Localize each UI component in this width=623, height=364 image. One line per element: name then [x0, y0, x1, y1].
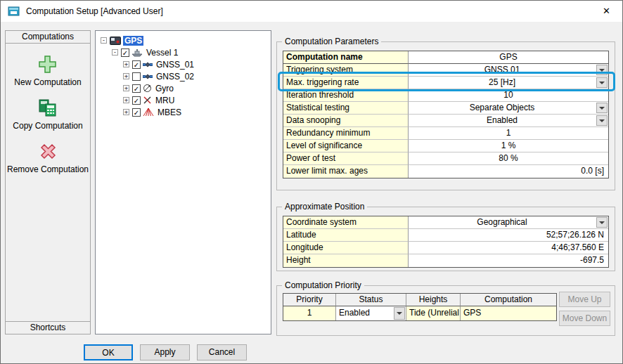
vessel-icon — [131, 48, 143, 57]
latitude-value[interactable]: 52;57;26.126 N — [409, 229, 608, 242]
position-row-height: Height -697.5 — [283, 254, 608, 267]
data-snooping-dropdown[interactable]: Enabled — [409, 115, 608, 127]
checkbox-mru[interactable]: ✓ — [132, 96, 141, 105]
new-computation-icon — [38, 54, 57, 74]
position-row-longitude: Longitude 4;46;37.560 E — [283, 242, 608, 254]
tree-node-label-mru[interactable]: MRU — [154, 96, 176, 105]
group-title: Approximate Position — [282, 202, 367, 212]
param-value[interactable]: 1 % — [409, 140, 608, 152]
coordinate-system-dropdown[interactable]: Geographical — [409, 216, 608, 229]
param-value[interactable]: 80 % — [409, 152, 608, 165]
param-value: Geographical — [477, 217, 527, 227]
param-label: Lower limit max. ages — [283, 165, 409, 178]
param-label: Iteration threshold — [283, 89, 409, 102]
param-row-statistical-testing: Statistical testing Separate Objects — [283, 102, 608, 115]
computation-priority-group: Computation Priority Priority Status Hei… — [276, 285, 615, 336]
chevron-down-icon[interactable] — [596, 103, 608, 113]
param-row-lower-limit-max-ages: Lower limit max. ages 0.0 [s] — [283, 165, 608, 178]
copy-computation-label: Copy Computation — [13, 121, 82, 131]
param-value: GNSS 01 — [484, 65, 520, 74]
apply-button[interactable]: Apply — [140, 344, 190, 360]
expand-icon[interactable]: + — [123, 85, 129, 91]
checkbox-mbes[interactable]: ✓ — [132, 108, 141, 117]
collapse-icon[interactable]: - — [101, 37, 107, 44]
tree-node-label-mbes[interactable]: MBES — [156, 108, 183, 117]
priority-cell[interactable]: 1 — [283, 306, 336, 320]
gnss-satellite-icon — [143, 72, 153, 81]
computations-header-button[interactable]: Computations — [5, 30, 91, 44]
mru-icon — [143, 96, 152, 105]
tree-node-mbes[interactable]: + ✓ MBES — [96, 106, 271, 118]
triggering-system-dropdown[interactable]: GNSS 01 — [409, 64, 608, 77]
group-title: Computation Parameters — [282, 37, 381, 46]
param-label: Triggering system — [283, 64, 409, 77]
param-value: Enabled — [487, 115, 518, 125]
param-row-computation-name: Computation name GPS — [283, 51, 608, 64]
tree-node-label-gnss-02[interactable]: GNSS_02 — [155, 72, 195, 82]
move-down-button[interactable]: Move Down — [559, 311, 610, 326]
param-value[interactable]: 0.0 [s] — [409, 165, 608, 178]
status-value: Enabled — [339, 308, 370, 318]
chevron-down-icon[interactable] — [394, 307, 405, 320]
position-row-coordinate-system: Coordinate system Geographical — [283, 216, 608, 229]
max-triggering-rate-dropdown[interactable]: 25 [Hz] — [409, 77, 608, 89]
expand-icon[interactable]: + — [123, 109, 129, 115]
new-computation-button[interactable]: New Computation — [14, 54, 81, 87]
remove-computation-label: Remove Computation — [7, 164, 89, 174]
gps-device-icon — [110, 37, 121, 45]
param-row-iteration-threshold: Iteration threshold 10 — [283, 89, 608, 102]
move-up-button[interactable]: Move Up — [559, 292, 610, 307]
chevron-down-icon[interactable] — [596, 115, 608, 126]
tree-node-label-vessel-1[interactable]: Vessel 1 — [145, 48, 179, 58]
param-value: Separate Objects — [470, 103, 535, 112]
shortcuts-button[interactable]: Shortcuts — [5, 321, 91, 334]
checkbox-vessel-1[interactable]: ✓ — [121, 48, 129, 57]
checkbox-gnss-01[interactable]: ✓ — [132, 60, 141, 69]
param-row-level-of-significance: Level of significance 1 % — [283, 140, 608, 152]
expand-icon[interactable]: + — [123, 61, 129, 67]
param-value[interactable]: GPS — [409, 51, 608, 64]
expand-icon[interactable]: + — [123, 73, 129, 79]
collapse-icon[interactable]: - — [112, 49, 118, 56]
param-row-max-triggering-rate: Max. triggering rate 25 [Hz] — [283, 77, 608, 89]
parameters-table: Computation name GPS Triggering system G… — [283, 51, 609, 178]
remove-computation-button[interactable]: Remove Computation — [7, 141, 89, 174]
cancel-button[interactable]: Cancel — [197, 344, 247, 360]
param-label: Computation name — [283, 51, 409, 64]
tree-node-label-gps[interactable]: GPS — [123, 36, 143, 46]
position-row-latitude: Latitude 52;57;26.126 N — [283, 229, 608, 242]
priority-table: Priority Status Heights Computation 1 En… — [283, 293, 557, 321]
longitude-value[interactable]: 4;46;37.560 E — [409, 242, 608, 254]
tree-node-gyro[interactable]: + ✓ Gyro — [96, 82, 271, 94]
chevron-down-icon[interactable] — [596, 77, 608, 88]
heights-cell[interactable]: Tide (Unrelial — [406, 306, 461, 320]
computation-cell[interactable]: GPS — [461, 306, 556, 320]
ok-button[interactable]: OK — [84, 344, 133, 360]
param-label: Latitude — [283, 229, 409, 242]
tree-node-gps[interactable]: - GPS — [96, 34, 271, 46]
checkbox-gnss-02[interactable] — [132, 72, 141, 81]
expand-icon[interactable]: + — [123, 97, 129, 103]
tree-node-label-gnss-01[interactable]: GNSS_01 — [155, 60, 195, 70]
close-icon[interactable]: ✕ — [591, 1, 622, 22]
approximate-position-group: Approximate Position Coordinate system G… — [276, 207, 615, 271]
tree-node-mru[interactable]: + ✓ MRU — [96, 94, 271, 106]
height-value[interactable]: -697.5 — [409, 254, 608, 267]
chevron-down-icon[interactable] — [596, 65, 608, 75]
priority-table-header: Priority Status Heights Computation — [283, 294, 556, 306]
tree-node-gnss-02[interactable]: + GNSS_02 — [96, 70, 271, 82]
param-row-power-of-test: Power of test 80 % — [283, 152, 608, 165]
window-title: Computation Setup [Advanced User] — [26, 6, 163, 16]
column-header-computation: Computation — [461, 294, 556, 306]
new-computation-label: New Computation — [14, 77, 81, 87]
statistical-testing-dropdown[interactable]: Separate Objects — [409, 102, 608, 115]
param-value[interactable]: 1 — [409, 127, 608, 140]
status-dropdown[interactable]: Enabled — [336, 306, 406, 320]
tree-node-vessel-1[interactable]: - ✓ Vessel 1 — [96, 46, 271, 58]
param-value[interactable]: 10 — [409, 89, 608, 102]
chevron-down-icon[interactable] — [596, 217, 608, 228]
checkbox-gyro[interactable]: ✓ — [132, 84, 141, 93]
copy-computation-button[interactable]: Copy Computation — [13, 98, 82, 131]
tree-node-gnss-01[interactable]: + ✓ GNSS_01 — [96, 58, 271, 70]
tree-node-label-gyro[interactable]: Gyro — [154, 84, 175, 93]
